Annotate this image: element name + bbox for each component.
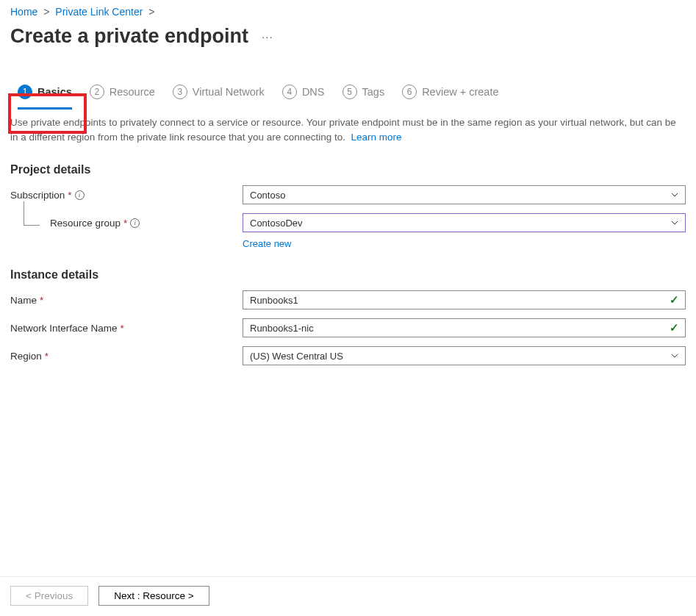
tab-label: Resource: [110, 86, 155, 98]
field-resource-group: Resource group * i ContosoDev: [0, 209, 696, 237]
required-asterisk: *: [123, 218, 127, 229]
required-asterisk: *: [121, 323, 124, 334]
intro-text: Use private endpoints to privately conne…: [0, 105, 696, 144]
rg-label: Resource group * i: [10, 218, 243, 229]
nic-label: Network Interface Name *: [10, 323, 243, 334]
input-value: Runbooks1-nic: [250, 323, 314, 334]
tab-dns[interactable]: 4 DNS: [273, 79, 334, 105]
tab-label: Virtual Network: [193, 86, 265, 98]
input-value: Runbooks1: [250, 295, 298, 306]
region-label: Region *: [10, 351, 243, 362]
more-dots-icon[interactable]: ···: [262, 30, 273, 43]
subscription-label: Subscription * i: [10, 190, 243, 201]
step-num-icon: 4: [282, 85, 297, 99]
page-title: Create a private endpoint: [10, 25, 248, 48]
breadcrumb: Home > Private Link Center >: [0, 0, 696, 21]
breadcrumb-home[interactable]: Home: [10, 6, 37, 18]
step-num-icon: 2: [90, 85, 104, 99]
resource-group-select[interactable]: ContosoDev: [243, 213, 686, 232]
breadcrumb-sep: >: [43, 6, 49, 18]
tab-label: Basics: [37, 86, 72, 98]
info-icon[interactable]: i: [130, 218, 140, 228]
subscription-select[interactable]: Contoso: [243, 185, 686, 204]
name-input[interactable]: Runbooks1 ✓: [243, 290, 686, 309]
name-label: Name *: [10, 295, 243, 306]
required-asterisk: *: [45, 351, 49, 362]
wizard-footer: < Previous Next : Resource >: [0, 576, 696, 616]
required-asterisk: *: [40, 295, 43, 306]
label-text: Subscription: [10, 190, 65, 201]
section-title-project: Project details: [0, 144, 696, 181]
chevron-down-icon: [670, 190, 679, 199]
select-value: (US) West Central US: [250, 351, 343, 362]
chevron-down-icon: [670, 351, 679, 360]
breadcrumb-sep: >: [148, 6, 154, 18]
learn-more-link[interactable]: Learn more: [351, 132, 402, 143]
step-num-icon: 3: [173, 85, 187, 99]
region-select[interactable]: (US) West Central US: [243, 346, 686, 365]
create-new-link[interactable]: Create new: [243, 238, 291, 249]
valid-check-icon: ✓: [670, 321, 679, 334]
field-name: Name * Runbooks1 ✓: [0, 286, 696, 314]
section-title-instance: Instance details: [0, 249, 696, 286]
tab-virtual-network[interactable]: 3 Virtual Network: [164, 79, 273, 105]
page-title-row: Create a private endpoint ···: [0, 21, 696, 62]
tab-label: Tags: [362, 86, 385, 98]
info-icon[interactable]: i: [75, 190, 85, 200]
label-text: Name: [10, 295, 37, 306]
next-button[interactable]: Next : Resource >: [98, 586, 209, 606]
tab-resource[interactable]: 2 Resource: [81, 79, 164, 105]
chevron-down-icon: [670, 218, 679, 227]
label-text: Resource group: [50, 218, 121, 229]
step-num-icon: 1: [18, 85, 32, 99]
tab-label: DNS: [302, 86, 325, 98]
select-value: ContosoDev: [250, 218, 303, 229]
field-region: Region * (US) West Central US: [0, 342, 696, 370]
step-num-icon: 6: [402, 85, 417, 99]
label-text: Region: [10, 351, 42, 362]
step-num-icon: 5: [342, 85, 357, 99]
breadcrumb-private-link-center[interactable]: Private Link Center: [55, 6, 143, 18]
valid-check-icon: ✓: [670, 293, 679, 307]
previous-button: < Previous: [10, 586, 88, 606]
field-subscription: Subscription * i Contoso: [0, 181, 696, 209]
field-nic-name: Network Interface Name * Runbooks1-nic ✓: [0, 314, 696, 342]
tab-basics[interactable]: 1 Basics: [9, 79, 81, 105]
tab-tags[interactable]: 5 Tags: [334, 79, 394, 105]
create-new-row: Create new: [0, 238, 696, 249]
tab-label: Review + create: [422, 86, 498, 98]
intro-body: Use private endpoints to privately conne…: [10, 117, 676, 143]
required-asterisk: *: [68, 190, 71, 201]
nic-input[interactable]: Runbooks1-nic ✓: [243, 318, 686, 337]
select-value: Contoso: [250, 190, 285, 201]
tab-review-create[interactable]: 6 Review + create: [393, 79, 507, 105]
label-text: Network Interface Name: [10, 323, 118, 334]
wizard-tabs: 1 Basics 2 Resource 3 Virtual Network 4 …: [0, 79, 696, 105]
